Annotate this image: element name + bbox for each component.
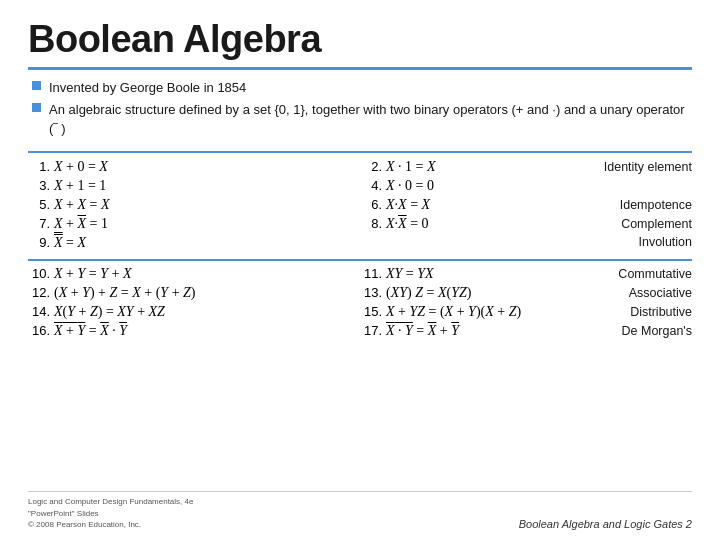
footer-line-2: "PowerPoint" Slides (28, 508, 193, 519)
label-demorgan: De Morgan's (622, 324, 692, 338)
eq-expr-6: X·X = X (386, 197, 430, 213)
eq-row-5: 5. X + X = X (28, 197, 360, 213)
eq-row-8: 8. X·X = 0 (360, 216, 429, 232)
bullet-text-1: Invented by George Boole in 1854 (49, 78, 246, 98)
eq-num-3: 3. (28, 178, 50, 193)
eq-row-16: 16. X + Y = X · Y (28, 323, 360, 339)
eq-expr-3: X + 1 = 1 (54, 178, 106, 194)
eq-num-9: 9. (28, 235, 50, 250)
eq-expr-9: X = X (54, 235, 86, 251)
label-complement: Complement (621, 217, 692, 231)
eq-row-14: 14. X(Y + Z) = XY + XZ (28, 304, 360, 320)
bullet-icon-2 (32, 103, 41, 112)
eq-row-8-wrap: 8. X·X = 0 Complement (360, 216, 692, 232)
eq-expr-10: X + Y = Y + X (54, 266, 131, 282)
eq-row-12: 12. (X + Y) + Z = X + (Y + Z) (28, 285, 360, 301)
eq-row-10: 10. X + Y = Y + X (28, 266, 360, 282)
eq-expr-12: (X + Y) + Z = X + (Y + Z) (54, 285, 196, 301)
label-associative: Associative (629, 286, 692, 300)
eq-row-11-wrap: 11. XY = YX Commutative (360, 266, 692, 282)
eq-num-8: 8. (360, 216, 382, 231)
eq-num-4: 4. (360, 178, 382, 193)
label-idempotence: Idempotence (620, 198, 692, 212)
top-left-col: 1. X + 0 = X 3. X + 1 = 1 5. X + X = X 7… (28, 159, 360, 254)
bottom-left-col: 10. X + Y = Y + X 12. (X + Y) + Z = X + … (28, 266, 360, 342)
eq-row-7: 7. X + X = 1 (28, 216, 360, 232)
eq-row-17: 17. X · Y = X + Y (360, 323, 459, 339)
eq-expr-13: (XY) Z = X(YZ) (386, 285, 471, 301)
eq-row-2-wrap: 2. X · 1 = X Identity element (360, 159, 692, 175)
eq-num-15: 15. (360, 304, 382, 319)
footer-left: Logic and Computer Design Fundamentals, … (28, 496, 193, 530)
eq-num-6: 6. (360, 197, 382, 212)
label-commutative: Commutative (618, 267, 692, 281)
page: Boolean Algebra Invented by George Boole… (0, 0, 720, 540)
eq-num-13: 13. (360, 285, 382, 300)
eq-num-17: 17. (360, 323, 382, 338)
footer-right: Boolean Algebra and Logic Gates 2 (519, 518, 692, 530)
eq-row-15: 15. X + YZ = (X + Y)(X + Z) (360, 304, 521, 320)
page-title: Boolean Algebra (28, 18, 692, 61)
top-right-col: 2. X · 1 = X Identity element 4. X · 0 =… (360, 159, 692, 254)
eq-row-6-wrap: 6. X·X = X Idempotence (360, 197, 692, 213)
bullet-text-2: An algebraic structure defined by a set … (49, 100, 692, 139)
eq-row-2: 2. X · 1 = X (360, 159, 436, 175)
eq-expr-11: XY = YX (386, 266, 434, 282)
eq-num-7: 7. (28, 216, 50, 231)
bullet-icon-1 (32, 81, 41, 90)
top-section: 1. X + 0 = X 3. X + 1 = 1 5. X + X = X 7… (28, 159, 692, 261)
bottom-section: 10. X + Y = Y + X 12. (X + Y) + Z = X + … (28, 266, 692, 342)
eq-num-1: 1. (28, 159, 50, 174)
footer-line-1: Logic and Computer Design Fundamentals, … (28, 496, 193, 507)
eq-expr-14: X(Y + Z) = XY + XZ (54, 304, 165, 320)
eq-expr-5: X + X = X (54, 197, 110, 213)
bullet-item-1: Invented by George Boole in 1854 (32, 78, 692, 98)
eq-expr-2: X · 1 = X (386, 159, 436, 175)
eq-row-11: 11. XY = YX (360, 266, 434, 282)
label-distributive: Distributive (630, 305, 692, 319)
eq-row-15-wrap: 15. X + YZ = (X + Y)(X + Z) Distributive (360, 304, 692, 320)
eq-num-11: 11. (360, 266, 382, 281)
footer: Logic and Computer Design Fundamentals, … (28, 491, 692, 530)
eq-num-14: 14. (28, 304, 50, 319)
footer-line-3: © 2008 Pearson Education, Inc. (28, 519, 193, 530)
eq-expr-17: X · Y = X + Y (386, 323, 459, 339)
bottom-right-col: 11. XY = YX Commutative 13. (XY) Z = X(Y… (360, 266, 692, 342)
label-identity: Identity element (604, 160, 692, 174)
eq-num-2: 2. (360, 159, 382, 174)
eq-expr-7: X + X = 1 (54, 216, 108, 232)
bullet-item-2: An algebraic structure defined by a set … (32, 100, 692, 139)
eq-row-17-wrap: 17. X · Y = X + Y De Morgan's (360, 323, 692, 339)
eq-row-9: 9. X = X (28, 235, 360, 251)
label-involution: Involution (638, 235, 692, 249)
eq-row-involution-wrap: Involution (360, 235, 692, 249)
eq-expr-15: X + YZ = (X + Y)(X + Z) (386, 304, 521, 320)
eq-num-10: 10. (28, 266, 50, 281)
eq-row-1: 1. X + 0 = X (28, 159, 360, 175)
eq-row-13-wrap: 13. (XY) Z = X(YZ) Associative (360, 285, 692, 301)
bullet-list: Invented by George Boole in 1854 An alge… (28, 78, 692, 141)
eq-expr-4: X · 0 = 0 (386, 178, 434, 194)
section-divider-top (28, 151, 692, 153)
eq-expr-8: X·X = 0 (386, 216, 429, 232)
eq-row-3: 3. X + 1 = 1 (28, 178, 360, 194)
eq-row-4-wrap: 4. X · 0 = 0 (360, 178, 692, 194)
eq-expr-1: X + 0 = X (54, 159, 108, 175)
eq-row-6: 6. X·X = X (360, 197, 430, 213)
eq-num-5: 5. (28, 197, 50, 212)
eq-num-12: 12. (28, 285, 50, 300)
eq-expr-16: X + Y = X · Y (54, 323, 127, 339)
eq-row-4: 4. X · 0 = 0 (360, 178, 434, 194)
eq-row-13: 13. (XY) Z = X(YZ) (360, 285, 471, 301)
eq-num-16: 16. (28, 323, 50, 338)
title-underline (28, 67, 692, 70)
